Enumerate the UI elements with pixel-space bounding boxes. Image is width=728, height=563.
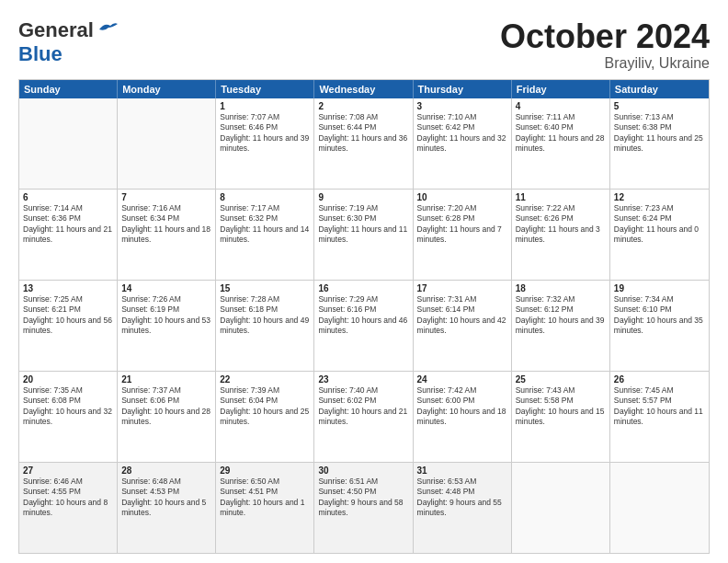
calendar-row-5: 27Sunrise: 6:46 AM Sunset: 4:55 PM Dayli… xyxy=(19,462,709,553)
day-info: Sunrise: 6:50 AM Sunset: 4:51 PM Dayligh… xyxy=(220,477,310,519)
day-info: Sunrise: 7:16 AM Sunset: 6:34 PM Dayligh… xyxy=(121,203,211,246)
day-number: 27 xyxy=(23,465,113,476)
month-title: October 2024 Brayiliv, Ukraine xyxy=(500,18,710,72)
day-number: 24 xyxy=(417,374,507,385)
calendar-cell: 21Sunrise: 7:37 AM Sunset: 6:06 PM Dayli… xyxy=(118,372,216,462)
calendar-header: SundayMondayTuesdayWednesdayThursdayFrid… xyxy=(19,80,709,98)
calendar-row-3: 13Sunrise: 7:25 AM Sunset: 6:21 PM Dayli… xyxy=(19,280,709,371)
day-number: 29 xyxy=(220,465,310,476)
day-number: 6 xyxy=(23,192,113,202)
calendar-cell: 20Sunrise: 7:35 AM Sunset: 6:08 PM Dayli… xyxy=(19,372,118,462)
calendar-cell: 26Sunrise: 7:45 AM Sunset: 5:57 PM Dayli… xyxy=(610,372,709,462)
day-number: 10 xyxy=(417,192,507,202)
calendar-cell: 5Sunrise: 7:13 AM Sunset: 6:38 PM Daylig… xyxy=(610,98,709,189)
calendar-cell: 18Sunrise: 7:32 AM Sunset: 6:12 PM Dayli… xyxy=(512,281,610,371)
day-number: 4 xyxy=(516,101,606,111)
day-number: 15 xyxy=(220,283,310,293)
day-info: Sunrise: 7:26 AM Sunset: 6:19 PM Dayligh… xyxy=(121,294,211,337)
day-number: 17 xyxy=(417,283,507,293)
day-info: Sunrise: 7:45 AM Sunset: 5:57 PM Dayligh… xyxy=(614,385,705,428)
day-info: Sunrise: 7:13 AM Sunset: 6:38 PM Dayligh… xyxy=(614,112,705,155)
day-info: Sunrise: 7:23 AM Sunset: 6:24 PM Dayligh… xyxy=(614,203,705,246)
day-info: Sunrise: 7:37 AM Sunset: 6:06 PM Dayligh… xyxy=(121,385,211,428)
weekday-header-saturday: Saturday xyxy=(610,80,709,98)
day-info: Sunrise: 7:35 AM Sunset: 6:08 PM Dayligh… xyxy=(23,385,113,428)
calendar-cell: 19Sunrise: 7:34 AM Sunset: 6:10 PM Dayli… xyxy=(610,281,709,371)
day-info: Sunrise: 7:14 AM Sunset: 6:36 PM Dayligh… xyxy=(23,203,113,246)
location: Brayiliv, Ukraine xyxy=(500,55,710,72)
day-info: Sunrise: 7:39 AM Sunset: 6:04 PM Dayligh… xyxy=(220,385,310,428)
day-number: 8 xyxy=(220,192,310,202)
calendar-cell: 28Sunrise: 6:48 AM Sunset: 4:53 PM Dayli… xyxy=(118,463,216,553)
weekday-header-sunday: Sunday xyxy=(19,80,118,98)
calendar-cell xyxy=(118,98,216,189)
calendar-cell: 29Sunrise: 6:50 AM Sunset: 4:51 PM Dayli… xyxy=(216,463,314,553)
logo-bird-icon xyxy=(97,20,118,37)
day-info: Sunrise: 7:10 AM Sunset: 6:42 PM Dayligh… xyxy=(417,112,507,155)
calendar: SundayMondayTuesdayWednesdayThursdayFrid… xyxy=(18,79,710,554)
logo-line2: Blue xyxy=(18,42,63,66)
calendar-cell: 12Sunrise: 7:23 AM Sunset: 6:24 PM Dayli… xyxy=(610,190,709,280)
calendar-cell: 3Sunrise: 7:10 AM Sunset: 6:42 PM Daylig… xyxy=(414,98,512,189)
weekday-header-thursday: Thursday xyxy=(414,80,512,98)
day-number: 1 xyxy=(220,101,310,111)
calendar-cell: 24Sunrise: 7:42 AM Sunset: 6:00 PM Dayli… xyxy=(414,372,512,462)
weekday-header-monday: Monday xyxy=(118,80,216,98)
day-number: 23 xyxy=(318,374,408,385)
page: General Blue October 2024 Brayiliv, Ukra… xyxy=(0,0,728,563)
weekday-header-tuesday: Tuesday xyxy=(216,80,314,98)
header: General Blue October 2024 Brayiliv, Ukra… xyxy=(18,18,710,72)
day-number: 18 xyxy=(516,283,606,293)
day-info: Sunrise: 6:51 AM Sunset: 4:50 PM Dayligh… xyxy=(318,477,408,519)
day-info: Sunrise: 6:53 AM Sunset: 4:48 PM Dayligh… xyxy=(417,477,507,519)
weekday-header-wednesday: Wednesday xyxy=(314,80,413,98)
calendar-row-2: 6Sunrise: 7:14 AM Sunset: 6:36 PM Daylig… xyxy=(19,189,709,280)
calendar-cell xyxy=(610,463,709,553)
day-number: 28 xyxy=(121,465,211,476)
day-info: Sunrise: 7:07 AM Sunset: 6:46 PM Dayligh… xyxy=(220,112,310,155)
day-number: 21 xyxy=(121,374,211,385)
day-info: Sunrise: 7:28 AM Sunset: 6:18 PM Dayligh… xyxy=(220,294,310,337)
calendar-cell: 16Sunrise: 7:29 AM Sunset: 6:16 PM Dayli… xyxy=(314,281,413,371)
day-info: Sunrise: 7:11 AM Sunset: 6:40 PM Dayligh… xyxy=(516,112,606,155)
calendar-cell: 27Sunrise: 6:46 AM Sunset: 4:55 PM Dayli… xyxy=(19,463,118,553)
calendar-cell: 14Sunrise: 7:26 AM Sunset: 6:19 PM Dayli… xyxy=(118,281,216,371)
day-number: 3 xyxy=(417,101,507,111)
day-info: Sunrise: 7:31 AM Sunset: 6:14 PM Dayligh… xyxy=(417,294,507,337)
day-number: 9 xyxy=(318,192,408,202)
day-info: Sunrise: 6:48 AM Sunset: 4:53 PM Dayligh… xyxy=(121,477,211,519)
day-number: 7 xyxy=(121,192,211,202)
calendar-cell: 10Sunrise: 7:20 AM Sunset: 6:28 PM Dayli… xyxy=(414,190,512,280)
logo-text-blue: Blue xyxy=(18,42,63,65)
calendar-cell: 15Sunrise: 7:28 AM Sunset: 6:18 PM Dayli… xyxy=(216,281,314,371)
day-number: 13 xyxy=(23,283,113,293)
day-info: Sunrise: 7:19 AM Sunset: 6:30 PM Dayligh… xyxy=(318,203,408,246)
calendar-cell: 23Sunrise: 7:40 AM Sunset: 6:02 PM Dayli… xyxy=(314,372,413,462)
calendar-cell: 2Sunrise: 7:08 AM Sunset: 6:44 PM Daylig… xyxy=(314,98,413,189)
calendar-cell: 11Sunrise: 7:22 AM Sunset: 6:26 PM Dayli… xyxy=(512,190,610,280)
day-number: 12 xyxy=(614,192,705,202)
calendar-cell: 22Sunrise: 7:39 AM Sunset: 6:04 PM Dayli… xyxy=(216,372,314,462)
calendar-cell: 6Sunrise: 7:14 AM Sunset: 6:36 PM Daylig… xyxy=(19,190,118,280)
calendar-body: 1Sunrise: 7:07 AM Sunset: 6:46 PM Daylig… xyxy=(19,98,709,553)
calendar-cell: 1Sunrise: 7:07 AM Sunset: 6:46 PM Daylig… xyxy=(216,98,314,189)
day-info: Sunrise: 7:40 AM Sunset: 6:02 PM Dayligh… xyxy=(318,385,408,428)
calendar-cell: 13Sunrise: 7:25 AM Sunset: 6:21 PM Dayli… xyxy=(19,281,118,371)
logo: General Blue xyxy=(18,18,118,66)
calendar-cell: 9Sunrise: 7:19 AM Sunset: 6:30 PM Daylig… xyxy=(314,190,413,280)
calendar-row-4: 20Sunrise: 7:35 AM Sunset: 6:08 PM Dayli… xyxy=(19,371,709,462)
weekday-header-friday: Friday xyxy=(512,80,610,98)
day-number: 20 xyxy=(23,374,113,385)
day-info: Sunrise: 7:34 AM Sunset: 6:10 PM Dayligh… xyxy=(614,294,705,337)
day-number: 14 xyxy=(121,283,211,293)
day-number: 16 xyxy=(318,283,408,293)
day-info: Sunrise: 7:22 AM Sunset: 6:26 PM Dayligh… xyxy=(516,203,606,246)
logo-text-general: General xyxy=(18,18,94,42)
day-info: Sunrise: 6:46 AM Sunset: 4:55 PM Dayligh… xyxy=(23,477,113,519)
calendar-cell: 30Sunrise: 6:51 AM Sunset: 4:50 PM Dayli… xyxy=(314,463,413,553)
calendar-cell xyxy=(512,463,610,553)
day-info: Sunrise: 7:20 AM Sunset: 6:28 PM Dayligh… xyxy=(417,203,507,246)
day-info: Sunrise: 7:25 AM Sunset: 6:21 PM Dayligh… xyxy=(23,294,113,337)
day-number: 30 xyxy=(318,465,408,476)
calendar-cell xyxy=(19,98,118,189)
